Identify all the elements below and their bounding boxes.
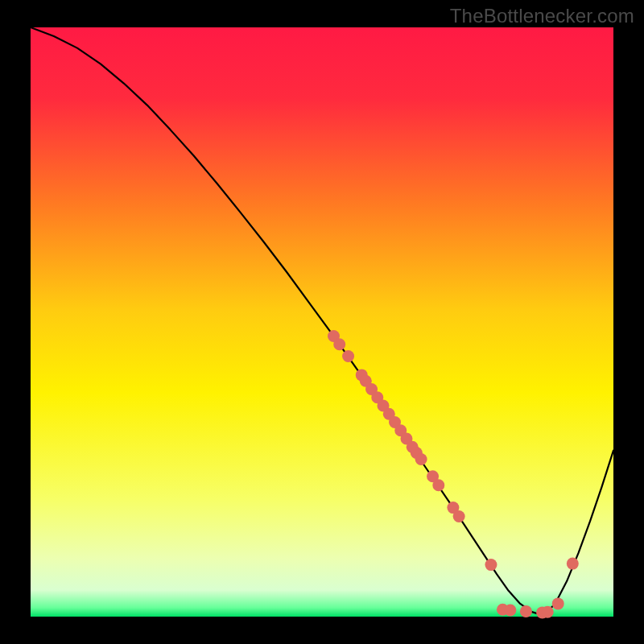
scatter-point <box>415 453 427 465</box>
scatter-point <box>333 338 345 350</box>
scatter-point <box>552 597 564 609</box>
scatter-point <box>453 510 465 522</box>
scatter-point <box>485 559 497 571</box>
plot-background <box>31 27 613 617</box>
scatter-point <box>520 605 532 617</box>
scatter-point <box>504 604 516 616</box>
scatter-point <box>542 606 554 618</box>
scatter-point <box>342 350 354 362</box>
scatter-point <box>567 558 579 570</box>
bottleneck-chart: TheBottlenecker.com <box>0 0 644 644</box>
chart-svg <box>0 0 644 644</box>
scatter-point <box>432 479 444 491</box>
watermark-text: TheBottlenecker.com <box>450 5 634 27</box>
